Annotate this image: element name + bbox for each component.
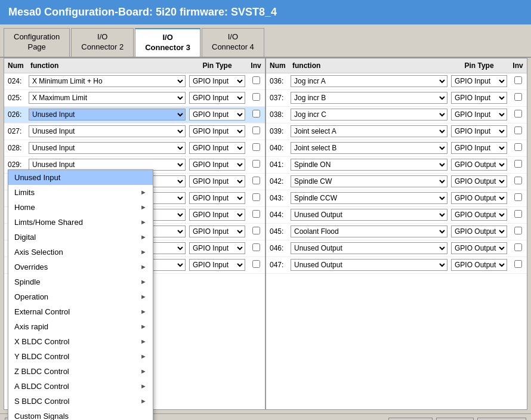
right-buttons: Cancel Back Forward xyxy=(388,418,526,420)
inv-checkbox-042[interactable] xyxy=(514,177,522,184)
pintype-select-044[interactable]: GPIO Output xyxy=(451,209,507,221)
pintype-select-034[interactable]: GPIO Input xyxy=(189,242,245,254)
pintype-select-028[interactable]: GPIO Input xyxy=(189,142,245,154)
function-select-045[interactable]: Coolant Flood xyxy=(291,226,447,237)
pintype-select-047[interactable]: GPIO Output xyxy=(451,259,507,271)
inv-checkbox-029[interactable] xyxy=(252,160,260,168)
pintype-select-046[interactable]: GPIO Output xyxy=(451,242,507,254)
dropdown-item-spindle[interactable]: Spindle ► xyxy=(8,274,153,289)
dropdown-item-digital[interactable]: Digital ► xyxy=(8,230,153,245)
tab-io3[interactable]: I/OConnector 3 xyxy=(135,28,200,57)
pintype-select-026[interactable]: GPIO Input xyxy=(189,109,245,121)
pintype-select-036[interactable]: GPIO Input xyxy=(451,75,507,87)
function-select-024[interactable]: X Minimum Limit + Ho xyxy=(29,75,186,87)
table-row: 046: Unused Output GPIO Output xyxy=(266,240,527,257)
function-select-037[interactable]: Jog incr B xyxy=(291,92,447,104)
function-select-028[interactable]: Unused Input xyxy=(29,142,186,154)
dropdown-item-axis-rapid[interactable]: Axis rapid ► xyxy=(8,319,153,334)
pintype-select-031[interactable]: GPIO Input xyxy=(189,192,245,204)
inv-checkbox-038[interactable] xyxy=(514,110,522,118)
inv-checkbox-045[interactable] xyxy=(514,227,522,234)
pintype-select-033[interactable]: GPIO Input xyxy=(189,226,245,237)
dropdown-item-axis-selection[interactable]: Axis Selection ► xyxy=(8,245,153,260)
dropdown-item-custom-signals[interactable]: Custom Signals xyxy=(8,409,153,420)
dropdown-item-operation[interactable]: Operation ► xyxy=(8,289,153,304)
pintype-select-030[interactable]: GPIO Input xyxy=(189,175,245,187)
pintype-select-043[interactable]: GPIO Output xyxy=(451,192,507,204)
dropdown-item-s-bldc[interactable]: S BLDC Control ► xyxy=(8,394,153,409)
function-select-043[interactable]: Spindle CCW xyxy=(291,192,447,204)
inv-checkbox-034[interactable] xyxy=(252,243,260,251)
pintype-select-037[interactable]: GPIO Input xyxy=(451,92,507,104)
inv-checkbox-027[interactable] xyxy=(252,126,260,134)
dropdown-item-z-bldc[interactable]: Z BLDC Control ► xyxy=(8,364,153,379)
function-select-047[interactable]: Unused Output xyxy=(291,259,447,271)
table-row: 024: X Minimum Limit + Ho GPIO Input xyxy=(4,73,265,90)
inv-checkbox-044[interactable] xyxy=(514,210,522,218)
dropdown-item-external-control[interactable]: External Control ► xyxy=(8,304,153,319)
tab-io2[interactable]: I/OConnector 2 xyxy=(71,28,134,57)
pintype-select-040[interactable]: GPIO Input xyxy=(451,142,507,154)
dropdown-item-a-bldc[interactable]: A BLDC Control ► xyxy=(8,379,153,394)
forward-button[interactable]: Forward xyxy=(477,418,526,420)
function-select-036[interactable]: Jog incr A xyxy=(291,75,447,87)
function-select-039[interactable]: Joint select A xyxy=(291,125,447,137)
pintype-select-032[interactable]: GPIO Input xyxy=(189,209,245,221)
inv-checkbox-035[interactable] xyxy=(252,260,260,268)
inv-checkbox-043[interactable] xyxy=(514,193,522,201)
function-select-046[interactable]: Unused Output xyxy=(291,242,447,254)
function-select-041[interactable]: Spindle ON xyxy=(291,159,447,171)
function-select-038[interactable]: Jog incr C xyxy=(291,109,447,121)
inv-checkbox-026[interactable] xyxy=(252,110,260,118)
inv-checkbox-031[interactable] xyxy=(252,193,260,201)
pintype-select-038[interactable]: GPIO Input xyxy=(451,109,507,121)
dropdown-item-overrides[interactable]: Overrides ► xyxy=(8,260,153,274)
right-col-function: function xyxy=(289,60,449,71)
arrow-icon: ► xyxy=(140,338,147,345)
function-select-026[interactable]: Unused Input xyxy=(29,109,186,121)
pintype-select-029[interactable]: GPIO Input xyxy=(189,159,245,171)
tab-config[interactable]: ConfigurationPage xyxy=(4,28,70,57)
inv-checkbox-032[interactable] xyxy=(252,210,260,218)
inv-checkbox-030[interactable] xyxy=(252,177,260,184)
inv-checkbox-046[interactable] xyxy=(514,243,522,251)
function-select-044[interactable]: Unused Output xyxy=(291,209,447,221)
arrow-icon: ► xyxy=(140,308,147,315)
function-select-042[interactable]: Spindle CW xyxy=(291,175,447,187)
function-select-027[interactable]: Unused Input xyxy=(29,125,186,137)
table-row: 047: Unused Output GPIO Output xyxy=(266,257,527,274)
dropdown-item-limits-home-shared[interactable]: Limts/Home Shared ► xyxy=(8,215,153,230)
inv-checkbox-039[interactable] xyxy=(514,126,522,134)
pintype-select-039[interactable]: GPIO Input xyxy=(451,125,507,137)
tab-io4[interactable]: I/OConnector 4 xyxy=(202,28,264,57)
inv-checkbox-028[interactable] xyxy=(252,143,260,151)
arrow-icon: ► xyxy=(140,218,147,226)
dropdown-item-limits[interactable]: Limits ► xyxy=(8,185,153,200)
function-select-025[interactable]: X Maximum Limit xyxy=(29,92,186,104)
dropdown-item-home[interactable]: Home ► xyxy=(8,200,153,215)
pintype-select-027[interactable]: GPIO Input xyxy=(189,125,245,137)
pintype-select-045[interactable]: GPIO Output xyxy=(451,226,507,237)
dropdown-item-y-bldc[interactable]: Y BLDC Control ► xyxy=(8,349,153,364)
back-button[interactable]: Back xyxy=(436,418,474,420)
pintype-select-041[interactable]: GPIO Output xyxy=(451,159,507,171)
inv-checkbox-024[interactable] xyxy=(252,76,260,84)
table-row: 028: Unused Input GPIO Input xyxy=(4,140,265,157)
inv-checkbox-036[interactable] xyxy=(514,76,522,84)
inv-checkbox-041[interactable] xyxy=(514,160,522,168)
inv-checkbox-040[interactable] xyxy=(514,143,522,151)
cancel-button[interactable]: Cancel xyxy=(388,418,433,420)
pintype-select-035[interactable]: GPIO Input xyxy=(189,259,245,271)
right-col-inv: Inv xyxy=(509,60,527,71)
dropdown-item-unused-input[interactable]: Unused Input xyxy=(8,170,153,185)
dropdown-item-x-bldc[interactable]: X BLDC Control ► xyxy=(8,334,153,349)
pintype-select-024[interactable]: GPIO Input xyxy=(189,75,245,87)
pintype-select-025[interactable]: GPIO Input xyxy=(189,92,245,104)
arrow-icon: ► xyxy=(140,353,147,360)
function-select-040[interactable]: Joint select B xyxy=(291,142,447,154)
pintype-select-042[interactable]: GPIO Output xyxy=(451,175,507,187)
inv-checkbox-025[interactable] xyxy=(252,93,260,101)
inv-checkbox-033[interactable] xyxy=(252,227,260,234)
inv-checkbox-047[interactable] xyxy=(514,260,522,268)
inv-checkbox-037[interactable] xyxy=(514,93,522,101)
